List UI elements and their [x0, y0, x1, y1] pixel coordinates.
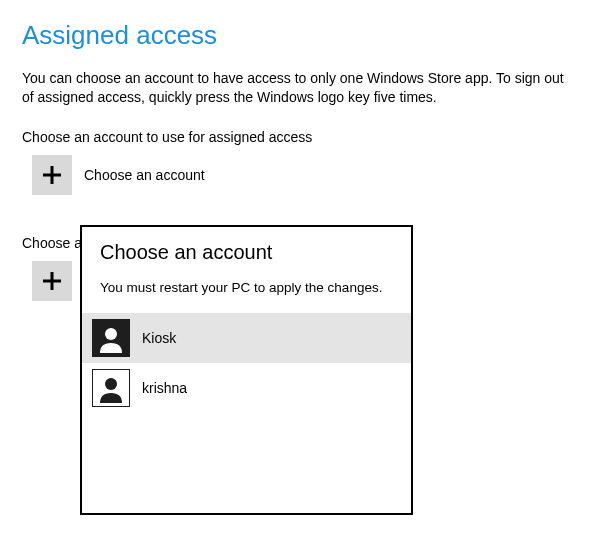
account-name: krishna — [142, 380, 187, 396]
user-icon — [96, 373, 126, 403]
choose-account-plus-button[interactable] — [32, 155, 72, 195]
avatar — [92, 319, 130, 357]
dialog-title: Choose an account — [82, 241, 411, 280]
svg-rect-3 — [43, 279, 61, 282]
dialog-subtitle: You must restart your PC to apply the ch… — [82, 280, 411, 313]
choose-account-row: Choose an account — [22, 155, 567, 195]
choose-app-plus-button[interactable] — [32, 261, 72, 301]
avatar — [92, 369, 130, 407]
choose-account-section-label: Choose an account to use for assigned ac… — [22, 129, 567, 145]
choose-account-dialog: Choose an account You must restart your … — [80, 225, 413, 515]
plus-icon — [41, 164, 63, 186]
page-title: Assigned access — [22, 20, 567, 51]
svg-point-5 — [105, 378, 117, 390]
plus-icon — [41, 270, 63, 292]
svg-point-4 — [105, 328, 117, 340]
page-description: You can choose an account to have access… — [22, 69, 567, 107]
account-name: Kiosk — [142, 330, 176, 346]
user-icon — [96, 323, 126, 353]
account-item-krishna[interactable]: krishna — [82, 363, 411, 413]
choose-account-button-text: Choose an account — [84, 167, 205, 183]
account-item-kiosk[interactable]: Kiosk — [82, 313, 411, 363]
svg-rect-1 — [43, 173, 61, 176]
